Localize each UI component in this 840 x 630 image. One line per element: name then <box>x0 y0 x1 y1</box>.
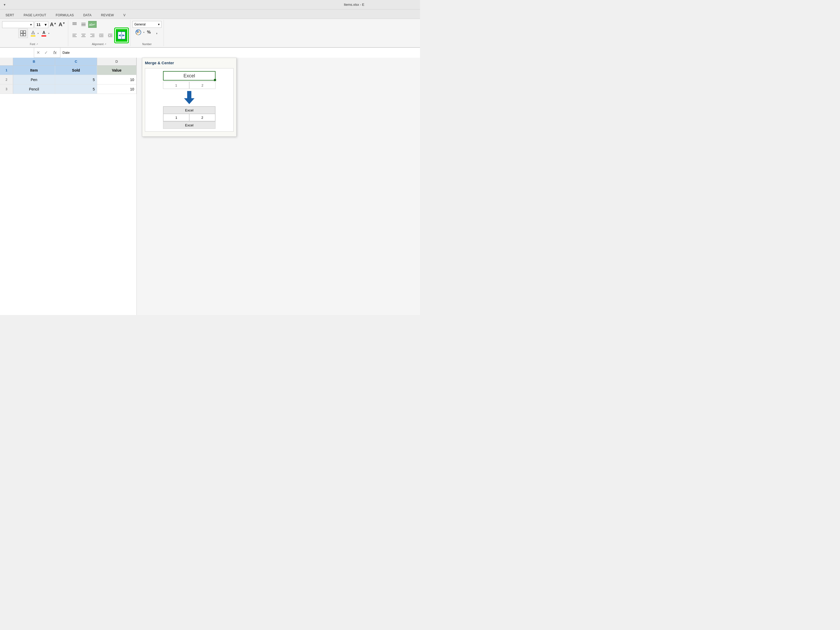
merge-demo-result: Excel 1 2 <box>163 106 216 121</box>
cell-d1[interactable]: Value <box>97 66 136 75</box>
wrap-text-icon: ab↵ <box>89 22 96 27</box>
indent-increase-button[interactable] <box>106 32 114 39</box>
font-size-dropdown-icon[interactable]: ▾ <box>45 22 46 27</box>
fill-color-group: ▾ <box>29 30 39 37</box>
formula-input[interactable] <box>60 48 420 58</box>
align-middle-icon <box>81 22 86 27</box>
number-group: General ▾ ▾ % , <box>131 20 164 46</box>
col-header-b[interactable]: B <box>13 58 55 65</box>
font-color-button[interactable]: A <box>39 30 48 37</box>
formula-fx-label: fx <box>50 48 60 58</box>
cell-c2[interactable]: 5 <box>55 75 97 84</box>
merge-result-num2: 2 <box>189 114 215 121</box>
col-header-c[interactable]: C <box>55 58 97 65</box>
accounting-group: ▾ <box>134 29 144 36</box>
fill-color-dropdown-icon[interactable]: ▾ <box>38 32 39 35</box>
table-row: 2 Pen 5 10 <box>0 75 136 85</box>
tab-data[interactable]: DATA <box>79 11 96 19</box>
merge-result-top-row: Excel <box>163 107 215 114</box>
row-num-corner <box>0 58 13 65</box>
number-format-dropdown-icon[interactable]: ▾ <box>158 22 159 26</box>
align-center-icon <box>81 33 86 38</box>
row-num-2: 2 <box>0 75 13 84</box>
fill-color-icon <box>31 30 35 35</box>
font-group-expand[interactable]: ↗ <box>36 43 38 46</box>
font-size-selector[interactable]: 11 ▾ <box>35 21 48 28</box>
accounting-button[interactable] <box>134 29 143 36</box>
svg-marker-27 <box>108 35 109 36</box>
font-name-selector[interactable]: ▾ <box>2 21 33 28</box>
fill-color-bar <box>31 35 35 36</box>
spreadsheet-left: B C D 1 Item Sold Value 2 Pen 5 10 3 Pen… <box>0 58 137 315</box>
merge-center-tooltip: Merge & Center Excel 1 2 Ex <box>142 58 237 137</box>
merge-result-bottom-excel: Excel <box>163 121 216 129</box>
title-bar: ▼ Items.xlsx - E <box>0 0 420 9</box>
formula-confirm-button[interactable]: ✓ <box>42 48 50 58</box>
wrap-text-button[interactable]: ab↵ <box>88 21 96 28</box>
tab-review[interactable]: REVIEW <box>96 11 118 19</box>
row-num-3: 3 <box>0 85 13 94</box>
tab-view[interactable]: V <box>119 11 130 19</box>
accounting-dropdown-icon[interactable]: ▾ <box>143 31 144 33</box>
align-row-1: ab↵ <box>70 21 128 28</box>
indent-increase-icon <box>107 33 113 38</box>
merge-tooltip-title: Merge & Center <box>145 61 234 65</box>
fill-color-button[interactable] <box>29 30 37 37</box>
font-color-bar <box>41 35 46 36</box>
cell-c3[interactable]: 5 <box>55 85 97 94</box>
row-num-1: 1 <box>0 66 13 75</box>
number-format-selector[interactable]: General ▾ <box>133 21 161 28</box>
indent-decrease-button[interactable] <box>97 32 106 39</box>
tab-formulas[interactable]: FORMULAS <box>51 11 78 19</box>
number-format-value: General <box>134 22 146 26</box>
indent-decrease-icon <box>99 33 104 38</box>
tab-insert[interactable]: SERT <box>1 11 19 19</box>
cell-b3[interactable]: Pencil <box>13 85 55 94</box>
ribbon-tabs: SERT PAGE LAYOUT FORMULAS DATA REVIEW V <box>0 9 420 19</box>
align-top-button[interactable] <box>70 21 79 28</box>
alignment-group-content: ab↵ <box>70 21 128 43</box>
merge-result-bottom-row: 1 2 <box>163 114 215 121</box>
accounting-icon <box>135 28 142 36</box>
svg-marker-23 <box>99 35 100 36</box>
cell-d2[interactable]: 10 <box>97 75 136 84</box>
cell-b2[interactable]: Pen <box>13 75 55 84</box>
table-row: 3 Pencil 5 10 <box>0 85 136 94</box>
svg-rect-2 <box>21 33 23 36</box>
align-right-button[interactable] <box>88 32 96 39</box>
merge-center-icon <box>118 32 125 39</box>
col-header-d[interactable]: D <box>97 58 136 65</box>
format-cells-button[interactable] <box>18 28 28 38</box>
window-title: Items.xlsx - E <box>344 3 364 6</box>
name-box[interactable] <box>0 48 34 58</box>
alignment-group-expand[interactable]: ↗ <box>104 43 106 46</box>
svg-point-34 <box>136 30 139 33</box>
formula-cancel-button[interactable]: ✕ <box>34 48 42 58</box>
percent-button[interactable]: % <box>145 29 152 36</box>
number-group-content: General ▾ ▾ % , <box>133 21 161 43</box>
align-middle-button[interactable] <box>79 21 88 28</box>
comma-button[interactable]: , <box>153 29 160 36</box>
number-buttons-row: ▾ % , <box>134 29 160 36</box>
svg-rect-0 <box>21 31 23 33</box>
cell-d3[interactable]: 10 <box>97 85 136 94</box>
align-row-2 <box>70 28 128 43</box>
align-center-button[interactable] <box>79 32 88 39</box>
cell-b1[interactable]: Item <box>13 66 55 75</box>
quick-access-dropdown[interactable]: ▼ <box>3 3 6 6</box>
font-name-dropdown-icon[interactable]: ▾ <box>30 23 32 27</box>
font-group-content: ▾ 11 ▾ A▲ A▼ <box>2 21 66 43</box>
tab-page-layout[interactable]: PAGE LAYOUT <box>19 11 51 19</box>
font-size-value: 11 <box>36 22 41 27</box>
font-row1: ▾ 11 ▾ A▲ A▼ <box>2 21 66 28</box>
align-left-button[interactable] <box>70 32 79 39</box>
merge-demo-num2: 2 <box>189 82 216 89</box>
cell-c1[interactable]: Sold <box>55 66 97 75</box>
font-group-label: Font ↗ <box>2 43 66 46</box>
font-row2: ▾ A ▾ <box>18 28 49 38</box>
font-shrink-button[interactable]: A▼ <box>58 21 66 28</box>
font-grow-button[interactable]: A▲ <box>49 21 57 28</box>
number-group-label: Number <box>133 43 161 46</box>
font-color-dropdown-icon[interactable]: ▾ <box>48 32 49 35</box>
merge-center-button[interactable] <box>115 28 128 43</box>
